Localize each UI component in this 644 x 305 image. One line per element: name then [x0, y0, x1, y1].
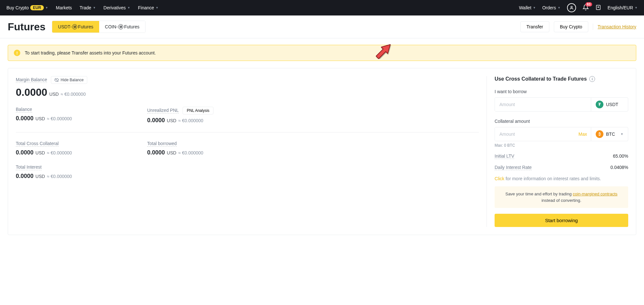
- page-title: Futures: [8, 21, 45, 33]
- nav-buy-crypto[interactable]: Buy Crypto EUR ▼: [6, 5, 48, 10]
- pnl-analysis-button[interactable]: PNL Analysis: [183, 107, 213, 114]
- caret-icon: ▼: [45, 6, 48, 9]
- main-panel: Margin Balance Hide Balance 0.0000 USD ≈…: [8, 68, 636, 235]
- m-icon: M: [118, 24, 123, 29]
- nav-trade[interactable]: Trade▼: [80, 5, 96, 10]
- initial-ltv-row: Initial LTV 65.00%: [495, 153, 628, 159]
- collateral-amount-input[interactable]: [495, 127, 575, 141]
- transfer-button[interactable]: Transfer: [520, 21, 549, 32]
- save-note: Save your time and effort by trading coi…: [495, 186, 628, 208]
- buy-crypto-button[interactable]: Buy Crypto: [554, 21, 588, 32]
- caret-icon: ▼: [533, 6, 536, 9]
- info-text: Click for more information on interest r…: [495, 176, 628, 181]
- daily-interest-row: Daily Interest Rate 0.0408%: [495, 165, 628, 170]
- caret-icon: ▼: [156, 6, 158, 9]
- chevron-down-icon: ▼: [620, 133, 623, 136]
- borrow-label: I want to borrow: [495, 89, 628, 94]
- transaction-history-link[interactable]: Transaction History: [598, 24, 636, 29]
- click-link[interactable]: Click: [495, 176, 504, 181]
- total-borrowed-block: Total borrowed 0.0000 USD ≈ €0.000000: [147, 141, 263, 156]
- usdt-icon: ₮: [596, 101, 603, 108]
- eye-off-icon: [54, 78, 59, 82]
- tab-usdt-futures[interactable]: USDT-M Futures: [52, 21, 99, 33]
- balances-section: Margin Balance Hide Balance 0.0000 USD ≈…: [16, 76, 479, 227]
- download-icon[interactable]: [595, 5, 601, 11]
- notifications-button[interactable]: 83: [582, 4, 589, 12]
- collateral-label: Collateral amount: [495, 119, 628, 124]
- coin-margined-link[interactable]: coin-margined contracts: [573, 192, 618, 196]
- nav-locale[interactable]: English/EUR▼: [608, 5, 638, 10]
- margin-balance-block: Margin Balance Hide Balance 0.0000 USD ≈…: [16, 76, 479, 98]
- tab-coin-futures[interactable]: COIN-M Futures: [99, 21, 145, 33]
- unrealized-pnl-block: Unrealized PNL PNL Analysis 0.0000 USD ≈…: [147, 107, 263, 124]
- borrow-currency-select[interactable]: ₮ USDT: [591, 98, 628, 111]
- hide-balance-button[interactable]: Hide Balance: [51, 76, 87, 84]
- start-borrowing-button[interactable]: Start borrowing: [495, 214, 628, 227]
- m-icon: M: [72, 24, 77, 29]
- svg-point-0: [571, 6, 572, 8]
- nav-wallet[interactable]: Wallet▼: [519, 5, 536, 10]
- nav-markets[interactable]: Markets: [56, 5, 72, 10]
- balance-label: Balance: [16, 107, 32, 113]
- max-hint: Max: 0 BTC: [495, 143, 628, 148]
- collateral-currency-select[interactable]: ₿ BTC ▼: [591, 127, 628, 141]
- borrow-input-group: ₮ USDT: [495, 97, 628, 112]
- unrealized-pnl-label: Unrealized PNL: [147, 108, 179, 113]
- max-button[interactable]: Max: [575, 127, 591, 141]
- top-nav: Buy Crypto EUR ▼ Markets Trade▼ Derivati…: [0, 0, 644, 15]
- nav-derivatives[interactable]: Derivatives▼: [103, 5, 130, 10]
- alert-text: To start trading, please Transfer assets…: [25, 50, 156, 55]
- btc-icon: ₿: [596, 130, 603, 138]
- page-header: Futures USDT-M Futures COIN-M Futures Tr…: [0, 15, 644, 38]
- cross-collateral-block: Total Cross Collateral 0.0000 USD ≈ €0.0…: [16, 141, 132, 156]
- caret-icon: ▼: [128, 6, 130, 9]
- margin-balance-value: 0.0000: [16, 86, 47, 98]
- balance-block: Balance 0.0000 USD ≈ €0.000000: [16, 107, 132, 124]
- margin-balance-label: Margin Balance: [16, 77, 47, 83]
- borrow-panel: Use Cross Collateral to Trade Futures i …: [487, 76, 628, 227]
- borrow-amount-input[interactable]: [495, 98, 591, 111]
- account-icon[interactable]: [567, 3, 576, 12]
- collateral-input-group: Max ₿ BTC ▼: [495, 127, 628, 141]
- nav-buy-crypto-label: Buy Crypto: [6, 5, 29, 10]
- futures-tabs: USDT-M Futures COIN-M Futures: [52, 21, 146, 33]
- nav-orders[interactable]: Orders▼: [542, 5, 561, 10]
- caret-icon: ▼: [635, 6, 638, 9]
- borrow-panel-title: Use Cross Collateral to Trade Futures i: [495, 76, 628, 82]
- caret-icon: ▼: [93, 6, 96, 9]
- transfer-alert: ! To start trading, please Transfer asse…: [8, 45, 636, 61]
- nav-finance[interactable]: Finance▼: [138, 5, 158, 10]
- total-interest-block: Total Interest 0.0000 USD ≈ €0.000000: [16, 164, 479, 180]
- divider: [16, 132, 479, 133]
- notification-badge: 83: [585, 2, 592, 6]
- info-icon[interactable]: i: [589, 76, 595, 82]
- caret-icon: ▼: [558, 6, 561, 9]
- eur-badge: EUR: [30, 5, 43, 10]
- alert-icon: !: [14, 50, 20, 56]
- divider: [593, 24, 593, 30]
